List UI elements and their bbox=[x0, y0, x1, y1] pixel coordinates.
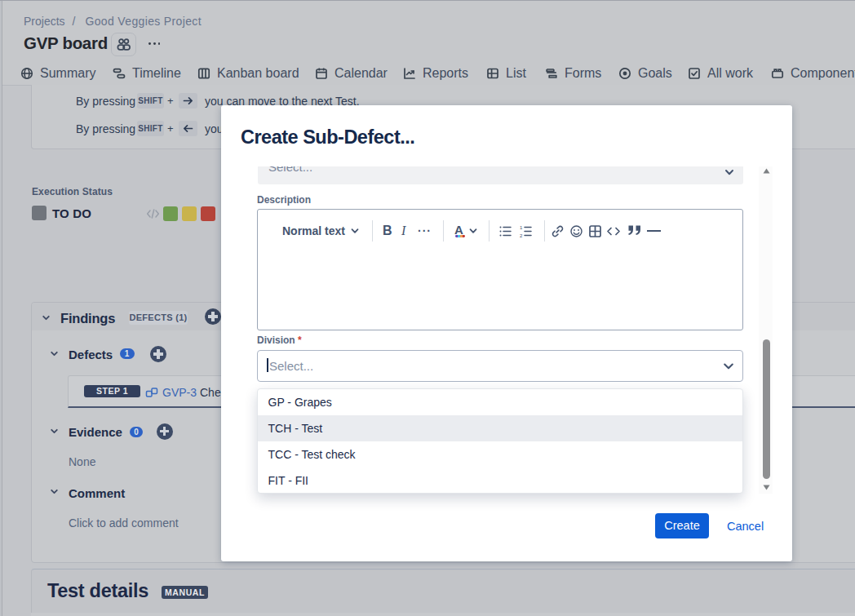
svg-text:2: 2 bbox=[520, 233, 523, 238]
svg-text:1: 1 bbox=[520, 225, 523, 230]
